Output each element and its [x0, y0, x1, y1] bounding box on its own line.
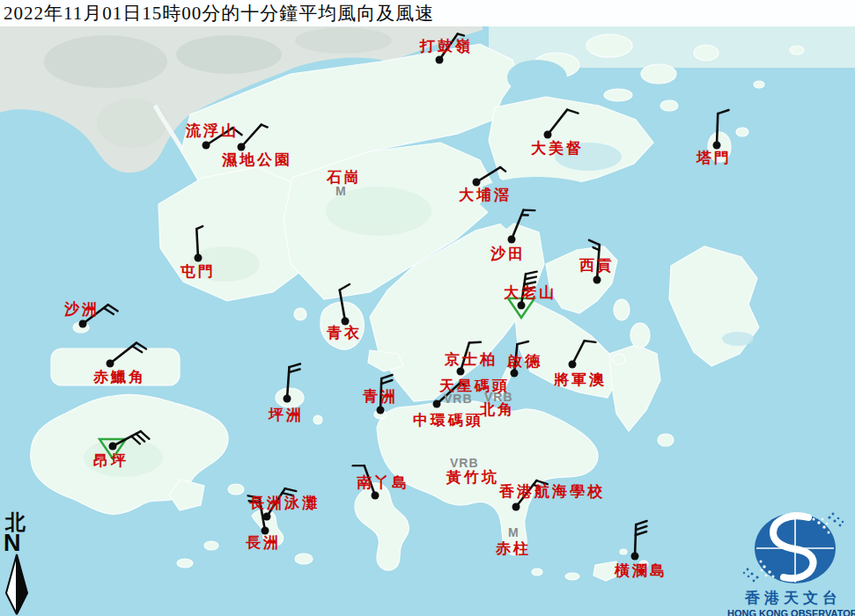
station-dot-sha-chau — [79, 320, 87, 328]
station-label-wong-chuk-hang: 黃竹坑 — [446, 470, 499, 485]
wind-barb-peng-chau — [287, 364, 300, 399]
station-dot-peng-chau — [284, 395, 291, 403]
station-dot-ngong-ping — [109, 443, 117, 451]
station-label-tsing-yi: 青衣 — [327, 326, 362, 341]
station-dot-tuen-mun — [195, 254, 203, 262]
hko-logo-icon — [727, 510, 855, 586]
station-label-central-pier: 中環碼頭 — [413, 413, 483, 428]
station-dot-kings-park — [457, 368, 465, 376]
station-label-tai-po-kau: 大埔滘 — [459, 187, 512, 202]
station-label-wetland-park: 濕地公園 — [222, 152, 292, 167]
compass-n-label: N — [4, 532, 37, 554]
title-bar: 2022年11月01日15時00分的十分鐘平均風向及風速 — [0, 0, 855, 26]
station-dot-tap-mun — [713, 142, 721, 150]
station-label-lau-fau-shan: 流浮山 — [186, 123, 239, 138]
station-label-hk-sea-school: 香港航海學校 — [499, 484, 605, 499]
station-label-star-ferry-pier: 天星碼頭 — [439, 378, 510, 393]
wind-barb-tap-mun — [717, 110, 729, 145]
station-dot-tseung-kwan-o — [569, 361, 577, 369]
wind-barb-tseung-kwan-o — [572, 341, 596, 364]
hko-logo-english: HONG KONG OBSERVATORY — [727, 608, 855, 616]
station-label-sha-tin: 沙田 — [490, 246, 526, 261]
station-label-green-island: 青洲 — [363, 389, 398, 404]
station-label-shek-kong: 石崗 — [327, 170, 362, 185]
wind-barb-waglan-island — [635, 521, 647, 556]
hko-logo-chinese: 香港天文台 — [727, 588, 855, 608]
hko-logo: 香港天文台 HONG KONG OBSERVATORY — [727, 510, 855, 616]
station-label-ta-kwu-ling: 打鼓嶺 — [420, 39, 473, 54]
wind-barb-chek-lap-kok — [110, 343, 146, 363]
station-annotation-shek-kong: M — [335, 185, 347, 197]
station-dot-lau-fau-shan — [203, 142, 210, 150]
station-label-north-point: 北角 — [480, 402, 515, 417]
wind-barb-tai-mei-tuk — [548, 110, 579, 135]
station-dot-central-pier — [433, 400, 441, 408]
station-dot-tai-mei-tuk — [544, 131, 552, 139]
station-dot-lamma-island — [372, 492, 380, 500]
station-annotation-wong-chuk-hang: VRB — [450, 457, 479, 469]
station-annotation-stanley: M — [508, 526, 520, 539]
station-dot-chek-lap-kok — [107, 360, 114, 368]
station-dot-tates-cairn — [518, 302, 526, 310]
station-label-tai-mei-tuk: 大美督 — [531, 141, 584, 156]
station-label-stanley: 赤柱 — [496, 541, 531, 556]
wind-barb-wetland-park — [241, 125, 268, 147]
station-label-peng-chau: 坪洲 — [269, 407, 304, 422]
station-label-waglan-island: 橫瀾島 — [615, 563, 667, 578]
station-dot-sai-kung — [593, 276, 601, 284]
station-label-ngong-ping: 昂坪 — [93, 453, 129, 468]
station-label-kings-park: 京士柏 — [445, 352, 498, 367]
station-dot-wetland-park — [238, 143, 246, 151]
station-dot-ta-kwu-ling — [436, 56, 444, 64]
station-label-cheung-chau: 長洲 — [246, 535, 281, 550]
station-label-sai-kung: 西貢 — [579, 258, 615, 273]
station-label-tap-mun: 塔門 — [697, 150, 732, 165]
station-dot-tai-po-kau — [473, 179, 481, 187]
map-title: 2022年11月01日15時00分的十分鐘平均風向及風速 — [0, 1, 434, 26]
station-label-kai-tak: 啟德 — [507, 354, 542, 369]
station-label-tseung-kwan-o: 將軍澳 — [554, 372, 607, 387]
station-label-lamma-island: 南丫島 — [357, 475, 409, 490]
station-dot-sha-tin — [508, 236, 516, 244]
station-dot-green-island — [377, 407, 385, 414]
station-annotation-star-ferry-pier: VRB — [444, 392, 473, 405]
station-dot-waglan-island — [631, 553, 639, 561]
wind-barb-tuen-mun — [196, 226, 203, 258]
station-label-sha-chau: 沙洲 — [64, 302, 100, 317]
station-dot-hk-sea-school — [512, 503, 520, 511]
station-label-cheung-chau-beach: 長洲泳灘 — [249, 495, 320, 510]
weather-map-screenshot: 打鼓嶺流浮山濕地公園石崗M大美督塔門大埔滘沙田西貢大老山屯門沙洲青衣赤鱲角坪洲京… — [0, 0, 855, 616]
station-label-chek-lap-kok: 赤鱲角 — [93, 370, 146, 385]
station-label-tuen-mun: 屯門 — [181, 264, 216, 279]
north-compass: 北 N — [2, 512, 37, 615]
compass-needle-icon — [2, 554, 33, 615]
station-label-tates-cairn: 大老山 — [504, 285, 556, 300]
station-dot-kai-tak — [511, 370, 519, 378]
wind-barb-tsing-yi — [340, 284, 350, 321]
wind-barb-sha-tin — [512, 210, 534, 239]
wind-barb-tai-po-kau — [476, 167, 505, 182]
